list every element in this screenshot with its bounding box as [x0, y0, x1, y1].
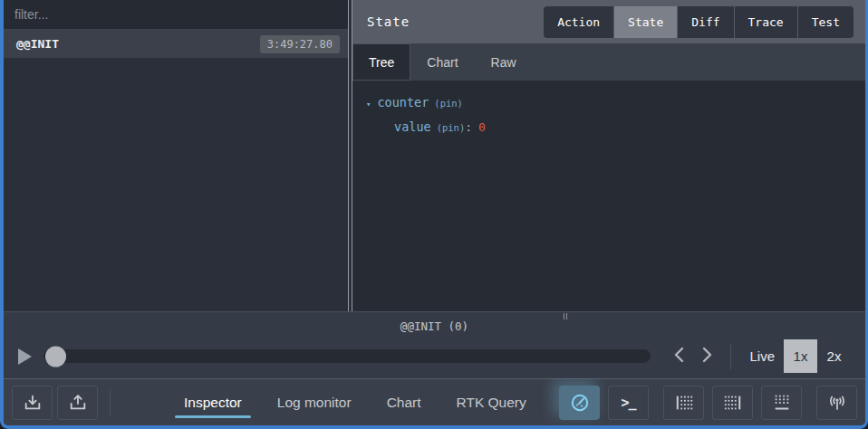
- pin-link[interactable]: (pin): [437, 122, 466, 133]
- terminal-prompt-icon: >_: [621, 395, 635, 411]
- action-list-empty-area: [4, 58, 348, 311]
- chevron-right-icon: [700, 346, 714, 364]
- inspector-tab-group: Action State Diff Trace Test: [544, 6, 854, 38]
- timeline-slider[interactable]: [43, 349, 651, 363]
- monitor-tabs: Inspector Log monitor Chart RTK Query: [182, 381, 528, 424]
- dock-left-icon: [674, 393, 694, 413]
- slider-thumb[interactable]: [45, 346, 66, 367]
- chevron-left-icon: [672, 346, 686, 364]
- tab-test[interactable]: Test: [798, 6, 854, 38]
- divider: [110, 389, 111, 416]
- dock-right-button[interactable]: [712, 386, 753, 420]
- resize-handle-icon[interactable]: [564, 313, 567, 319]
- dispatcher-button[interactable]: >_: [608, 386, 649, 420]
- tree-value: 0: [478, 120, 486, 134]
- tree-node-value[interactable]: value (pin) : 0: [394, 119, 865, 134]
- dock-bottom-icon: [772, 393, 792, 413]
- step-forward-button[interactable]: [693, 342, 721, 370]
- speed-1x-button[interactable]: 1x: [784, 339, 817, 373]
- state-view-subtabs: Tree Chart Raw: [352, 43, 865, 81]
- dock-right-icon: [723, 393, 743, 413]
- inspector-header: State Action State Diff Trace Test: [352, 0, 865, 43]
- stopwatch-icon: [569, 392, 591, 414]
- tab-chart[interactable]: Chart: [385, 381, 423, 424]
- tab-action[interactable]: Action: [544, 6, 614, 38]
- action-name: @@INIT: [16, 37, 59, 51]
- current-action-label: @@INIT (0): [4, 312, 865, 333]
- tab-diff[interactable]: Diff: [678, 6, 734, 38]
- subtab-raw[interactable]: Raw: [475, 43, 533, 81]
- tab-trace[interactable]: Trace: [735, 6, 798, 38]
- export-button[interactable]: [57, 386, 98, 420]
- subtab-tree[interactable]: Tree: [352, 43, 410, 81]
- tree-key: counter: [377, 95, 429, 110]
- state-tree-view: ▾ counter (pin) value (pin) : 0: [352, 81, 865, 311]
- action-list-item[interactable]: @@INIT 3:49:27.80: [4, 30, 348, 58]
- tree-key: value: [394, 119, 431, 134]
- playback-controls: Live 1x 2x: [4, 339, 865, 373]
- filter-bar: [4, 0, 348, 30]
- action-list-panel: @@INIT 3:49:27.80: [4, 0, 348, 311]
- subtab-chart[interactable]: Chart: [410, 43, 474, 81]
- live-button[interactable]: Live: [749, 348, 775, 364]
- dock-bottom-button[interactable]: [761, 386, 802, 420]
- footer-bar: Inspector Log monitor Chart RTK Query >_: [4, 378, 865, 425]
- time-travel-bar: @@INIT (0) Live 1x 2x: [4, 311, 865, 378]
- tab-log-monitor[interactable]: Log monitor: [275, 381, 353, 424]
- action-timestamp[interactable]: 3:49:27.80: [260, 35, 340, 53]
- tab-state[interactable]: State: [614, 6, 678, 38]
- tab-rtk-query[interactable]: RTK Query: [455, 381, 528, 424]
- speed-2x-button[interactable]: 2x: [817, 339, 851, 373]
- redux-devtools-window: @@INIT 3:49:27.80 State Action State Dif…: [0, 0, 868, 429]
- import-button[interactable]: [12, 386, 53, 420]
- tray-arrow-down-icon: [23, 393, 43, 413]
- dock-left-button[interactable]: [663, 386, 704, 420]
- inspector-title: State: [367, 14, 410, 29]
- play-icon[interactable]: [18, 348, 32, 365]
- key-value-separator: :: [465, 120, 472, 134]
- filter-input[interactable]: [14, 7, 337, 22]
- state-inspector-panel: State Action State Diff Trace Test Tree …: [352, 0, 865, 311]
- step-back-button[interactable]: [665, 342, 693, 370]
- antenna-broadcast-icon: [826, 392, 848, 414]
- pause-recording-button[interactable]: [559, 386, 600, 420]
- expander-arrow-icon[interactable]: ▾: [366, 100, 371, 109]
- divider: [730, 344, 731, 369]
- pin-link[interactable]: (pin): [434, 98, 463, 109]
- tree-node-counter[interactable]: ▾ counter (pin): [366, 95, 865, 110]
- main-area: @@INIT 3:49:27.80 State Action State Dif…: [4, 0, 865, 311]
- remote-button[interactable]: [816, 386, 857, 420]
- tab-inspector[interactable]: Inspector: [182, 381, 244, 424]
- footer-actions: >_: [559, 386, 857, 420]
- tray-arrow-up-icon: [68, 393, 88, 413]
